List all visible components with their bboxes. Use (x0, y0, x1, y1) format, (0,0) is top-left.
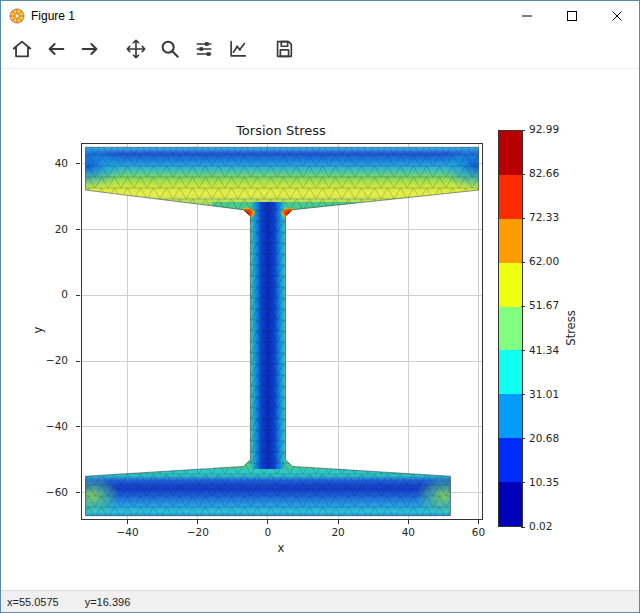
save-icon (273, 38, 295, 60)
colorbar-tick-label: 82.66 (529, 167, 559, 179)
edit-parameters-button[interactable] (221, 33, 255, 65)
zoom-button[interactable] (153, 33, 187, 65)
back-button[interactable] (39, 33, 73, 65)
colorbar-tick-mark (521, 130, 525, 131)
home-icon (11, 38, 33, 60)
colorbar-tick-label: 20.68 (529, 432, 559, 444)
figure-window: Figure 1 (0, 0, 640, 613)
navigation-toolbar (1, 30, 639, 69)
colorbar-tick-label: 10.35 (529, 476, 559, 488)
y-tick-label: −20 (46, 354, 68, 366)
sliders-icon (193, 38, 215, 60)
axes-area[interactable] (81, 143, 483, 520)
pan-icon (125, 38, 147, 60)
pan-button[interactable] (119, 33, 153, 65)
y-tick-mark (76, 492, 80, 493)
y-tick-label: −60 (46, 486, 68, 498)
y-axis-label: y (31, 327, 45, 334)
colorbar-tick-mark (521, 306, 525, 307)
close-button[interactable] (594, 1, 639, 30)
colorbar-tick-mark (521, 527, 525, 528)
cursor-y-coordinate: y=16.396 (85, 596, 131, 608)
maximize-button[interactable] (549, 1, 594, 30)
ibeam-stress-field (82, 144, 482, 519)
x-tick-mark (338, 520, 339, 524)
plot-title: Torsion Stress (81, 123, 481, 138)
colorbar-tick-mark (521, 438, 525, 439)
colorbar-band (499, 482, 522, 526)
y-tick-label: 20 (55, 223, 68, 235)
colorbar-band (499, 307, 522, 351)
fem-mesh-overlay (82, 144, 482, 519)
x-tick-label: −20 (187, 526, 209, 538)
close-icon (612, 11, 622, 21)
stress-plot[interactable] (82, 144, 482, 519)
colorbar-tick-mark (521, 482, 525, 483)
minimize-icon (522, 11, 532, 21)
x-tick-label: 60 (472, 526, 485, 538)
colorbar-tick-mark (521, 350, 525, 351)
x-tick-label: 20 (331, 526, 344, 538)
y-tick-mark (76, 426, 80, 427)
y-tick-label: −40 (46, 420, 68, 432)
colorbar-tick-label: 92.99 (529, 123, 559, 135)
x-tick-mark (408, 520, 409, 524)
matplotlib-app-icon[interactable] (9, 8, 25, 24)
colorbar-tick-label: 51.67 (529, 299, 559, 311)
window-title: Figure 1 (31, 9, 75, 23)
x-axis-label: x (81, 541, 481, 555)
y-tick-label: 0 (61, 288, 68, 300)
x-tick-label: 40 (402, 526, 415, 538)
colorbar-tick-mark (521, 394, 525, 395)
colorbar-band (499, 394, 522, 438)
colorbar-label: Stress (564, 310, 578, 345)
colorbar-band (499, 175, 522, 219)
maximize-icon (567, 11, 577, 21)
colorbar-tick-label: 41.34 (529, 344, 559, 356)
colorbar-tick-mark (521, 174, 525, 175)
figure-canvas[interactable]: Torsion Stress (1, 69, 639, 590)
colorbar-tick-label: 72.33 (529, 211, 559, 223)
y-tick-mark (76, 361, 80, 362)
x-tick-label: 0 (265, 526, 272, 538)
home-button[interactable] (5, 33, 39, 65)
x-tick-mark (267, 520, 268, 524)
y-tick-mark (76, 163, 80, 164)
colorbar-tick-label: 31.01 (529, 388, 559, 400)
x-tick-mark (197, 520, 198, 524)
x-tick-label: −40 (117, 526, 139, 538)
status-bar: x=55.0575 y=16.396 (1, 590, 639, 612)
colorbar (498, 130, 523, 527)
minimize-button[interactable] (504, 1, 549, 30)
title-bar[interactable]: Figure 1 (1, 1, 639, 30)
cursor-x-coordinate: x=55.0575 (7, 596, 59, 608)
line-chart-icon (227, 38, 249, 60)
x-tick-mark (478, 520, 479, 524)
colorbar-tick-mark (521, 218, 525, 219)
colorbar-band (499, 438, 522, 482)
colorbar-band (499, 219, 522, 263)
zoom-icon (159, 38, 181, 60)
y-tick-mark (76, 229, 80, 230)
back-arrow-icon (45, 38, 67, 60)
configure-subplots-button[interactable] (187, 33, 221, 65)
colorbar-band (499, 131, 522, 175)
colorbar-tick-label: 62.00 (529, 255, 559, 267)
forward-arrow-icon (79, 38, 101, 60)
y-tick-mark (76, 295, 80, 296)
colorbar-band (499, 350, 522, 394)
colorbar-tick-mark (521, 262, 525, 263)
x-tick-mark (127, 520, 128, 524)
forward-button[interactable] (73, 33, 107, 65)
y-tick-label: 40 (55, 157, 68, 169)
colorbar-bands (499, 131, 522, 526)
colorbar-tick-label: 0.02 (529, 520, 552, 532)
window-controls (504, 1, 639, 30)
colorbar-band (499, 263, 522, 307)
save-button[interactable] (267, 33, 301, 65)
